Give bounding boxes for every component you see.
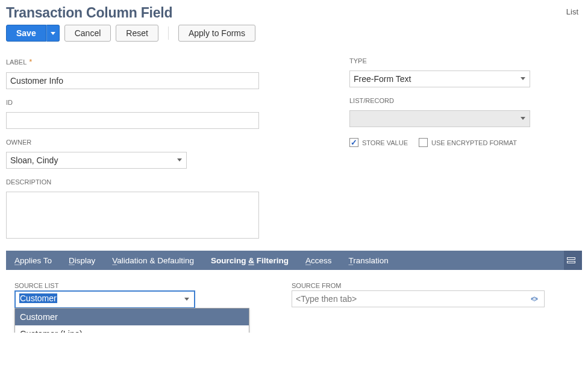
tab-display[interactable]: Display (60, 251, 104, 270)
use-encrypted-checkbox[interactable] (419, 138, 428, 147)
tab-translation[interactable]: Translation (340, 251, 396, 270)
id-input[interactable] (6, 112, 259, 129)
store-value-checkbox[interactable] (349, 138, 358, 147)
source-list-label: SOURCE LIST (14, 282, 255, 289)
tab-layout-toggle[interactable] (564, 251, 582, 270)
source-from-combo[interactable]: <Type then tab> ︽︾ (292, 290, 545, 307)
description-textarea[interactable] (6, 192, 259, 239)
description-field-label: DESCRIPTION (6, 178, 271, 186)
id-field-label: ID (6, 99, 271, 106)
dropdown-option[interactable]: Customer (Line) (15, 325, 249, 333)
page-title: Transaction Column Field (6, 5, 172, 21)
save-button[interactable]: Save (6, 25, 46, 42)
source-list-combo[interactable]: Customer Customer Customer (Line) Custom… (14, 290, 195, 309)
tab-sourcing-filtering[interactable]: Sourcing & Filtering (202, 251, 297, 270)
chevron-down-icon (51, 32, 55, 35)
toolbar-separator (168, 27, 169, 40)
source-list-dropdown-scroll[interactable]: Customer Customer (Line) Customer (Payme… (15, 309, 249, 333)
cancel-button[interactable]: Cancel (64, 25, 111, 42)
owner-select[interactable]: Sloan, Cindy (6, 152, 187, 169)
store-value-label: STORE VALUE (362, 139, 408, 146)
label-field-label: LABEL* (6, 57, 271, 66)
list-link[interactable]: List (566, 7, 578, 16)
sourcing-subform: SOURCE LIST Customer Customer Customer (… (6, 270, 582, 321)
tab-applies-to[interactable]: Applies To (6, 251, 60, 270)
type-select[interactable]: Free-Form Text (349, 70, 530, 87)
apply-to-forms-button[interactable]: Apply to Forms (178, 25, 255, 42)
save-dropdown-arrow[interactable] (46, 25, 60, 42)
tab-validation[interactable]: Validation & Defaulting (104, 251, 202, 270)
source-list-dropdown: Customer Customer (Line) Customer (Payme… (14, 308, 249, 333)
dropdown-option[interactable]: Customer (15, 309, 249, 325)
type-field-label: TYPE (349, 57, 582, 64)
stack-icon (567, 257, 575, 263)
owner-field-label: OWNER (6, 139, 271, 146)
use-encrypted-label: USE ENCRYPTED FORMAT (431, 139, 517, 146)
tab-bar: Applies To Display Validation & Defaulti… (6, 251, 582, 270)
reset-button[interactable]: Reset (116, 25, 158, 42)
label-input[interactable] (6, 72, 259, 89)
tab-access[interactable]: Access (297, 251, 340, 270)
listrecord-field-label: LIST/RECORD (349, 97, 582, 104)
required-star-icon: * (29, 57, 32, 66)
toolbar: Save Cancel Reset Apply to Forms (6, 25, 582, 42)
source-from-label: SOURCE FROM (292, 282, 574, 289)
listrecord-select (349, 110, 530, 127)
